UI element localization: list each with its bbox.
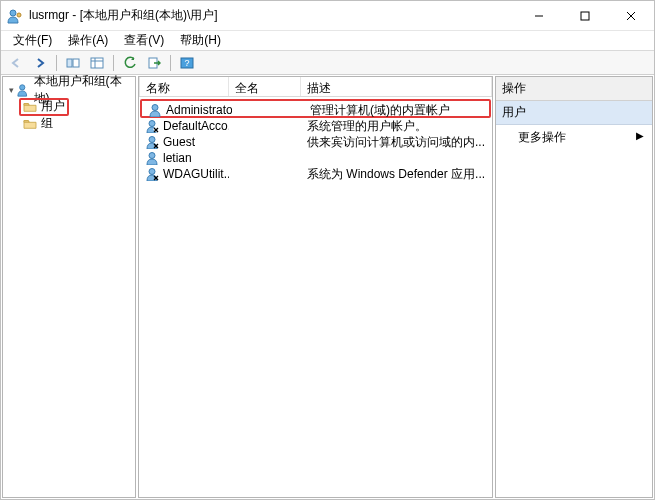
actions-header: 操作 — [496, 77, 652, 101]
expand-caret-icon: ▾ — [7, 85, 17, 95]
tree-users-label: 用户 — [41, 98, 65, 115]
nav-forward-button[interactable] — [29, 53, 51, 73]
cell-desc: 供来宾访问计算机或访问域的内... — [307, 134, 485, 151]
help-button[interactable]: ? — [176, 53, 198, 73]
users-groups-icon — [17, 83, 31, 97]
title-bar: lusrmgr - [本地用户和组(本地)\用户] — [1, 1, 654, 31]
window-title: lusrmgr - [本地用户和组(本地)\用户] — [29, 7, 516, 24]
tree-pane: ▾ 本地用户和组(本地) 用户 组 — [2, 76, 136, 498]
cell-name: Guest — [163, 135, 195, 149]
toolbar-sep — [56, 55, 57, 71]
toolbar-sep-3 — [170, 55, 171, 71]
cell-name: Administrator — [166, 103, 232, 117]
svg-point-17 — [149, 137, 155, 143]
user-disabled-icon — [145, 135, 159, 149]
list-body: Administrator 管理计算机(域)的内置帐户 DefaultAcco.… — [139, 97, 492, 497]
svg-point-14 — [19, 84, 24, 89]
folder-icon — [23, 118, 37, 130]
menu-action[interactable]: 操作(A) — [60, 30, 116, 51]
table-row[interactable]: DefaultAcco... 系统管理的用户帐户。 — [139, 118, 492, 134]
svg-rect-3 — [581, 12, 589, 20]
svg-point-0 — [10, 10, 16, 16]
menu-bar: 文件(F) 操作(A) 查看(V) 帮助(H) — [1, 31, 654, 51]
actions-more-label: 更多操作 — [518, 130, 566, 144]
maximize-button[interactable] — [562, 1, 608, 30]
cell-name: letian — [163, 151, 192, 165]
minimize-button[interactable] — [516, 1, 562, 30]
chevron-right-icon: ▶ — [636, 130, 644, 141]
content-area: ▾ 本地用户和组(本地) 用户 组 — [1, 75, 654, 499]
svg-rect-6 — [67, 59, 72, 67]
user-disabled-icon — [145, 167, 159, 181]
menu-help[interactable]: 帮助(H) — [172, 30, 229, 51]
svg-rect-7 — [73, 59, 79, 67]
col-name[interactable]: 名称 — [139, 77, 229, 96]
menu-view[interactable]: 查看(V) — [116, 30, 172, 51]
cell-desc: 系统为 Windows Defender 应用... — [307, 166, 485, 183]
actions-pane: 操作 用户 更多操作 ▶ — [495, 76, 653, 498]
table-row[interactable]: Guest 供来宾访问计算机或访问域的内... — [139, 134, 492, 150]
svg-point-15 — [152, 105, 158, 111]
svg-text:?: ? — [184, 58, 189, 68]
svg-point-1 — [17, 13, 21, 17]
list-pane: 名称 全名 描述 Administrator 管理计算机(域)的内置帐户 — [138, 76, 493, 498]
user-icon — [145, 151, 159, 165]
col-fullname[interactable]: 全名 — [229, 77, 301, 96]
table-row[interactable]: letian — [139, 150, 492, 166]
user-icon — [148, 103, 162, 117]
cell-name: DefaultAcco... — [163, 119, 229, 133]
menu-file[interactable]: 文件(F) — [5, 30, 60, 51]
refresh-button[interactable] — [119, 53, 141, 73]
toolbar: ? — [1, 51, 654, 75]
actions-section-user[interactable]: 用户 — [496, 101, 652, 125]
user-disabled-icon — [145, 119, 159, 133]
svg-rect-8 — [91, 58, 103, 68]
cell-name: WDAGUtilit... — [163, 167, 229, 181]
svg-point-16 — [149, 121, 155, 127]
toolbar-sep-2 — [113, 55, 114, 71]
app-icon — [7, 8, 23, 24]
tree-root[interactable]: ▾ 本地用户和组(本地) — [5, 81, 133, 98]
table-row[interactable]: Administrator 管理计算机(域)的内置帐户 — [142, 102, 489, 118]
tree-groups-label: 组 — [41, 115, 53, 132]
col-desc[interactable]: 描述 — [301, 77, 492, 96]
cell-desc: 系统管理的用户帐户。 — [307, 118, 427, 135]
svg-point-19 — [149, 169, 155, 175]
folder-icon — [23, 101, 37, 113]
show-details-button[interactable] — [86, 53, 108, 73]
close-button[interactable] — [608, 1, 654, 30]
actions-more-button[interactable]: 更多操作 ▶ — [496, 125, 652, 150]
table-row[interactable]: WDAGUtilit... 系统为 Windows Defender 应用... — [139, 166, 492, 182]
app-window: lusrmgr - [本地用户和组(本地)\用户] 文件(F) 操作(A) 查看… — [0, 0, 655, 500]
nav-back-button[interactable] — [5, 53, 27, 73]
highlight-admin-row: Administrator 管理计算机(域)的内置帐户 — [140, 99, 491, 118]
highlight-users: 用户 — [19, 98, 69, 116]
tree-users[interactable]: 用户 — [5, 98, 133, 115]
list-header: 名称 全名 描述 — [139, 77, 492, 97]
svg-point-18 — [149, 153, 155, 159]
show-console-tree-button[interactable] — [62, 53, 84, 73]
tree-groups[interactable]: 组 — [5, 115, 133, 132]
export-list-button[interactable] — [143, 53, 165, 73]
cell-desc: 管理计算机(域)的内置帐户 — [310, 102, 450, 119]
